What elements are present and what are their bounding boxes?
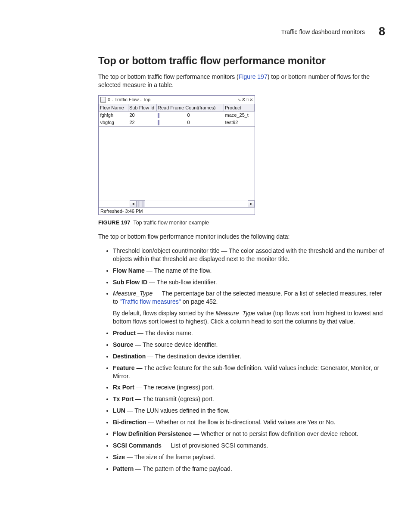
collapse-icon[interactable]: ✕̂ (242, 97, 245, 102)
figure-hscrollbar[interactable]: ◄ ► (99, 200, 255, 207)
list-item: Size — The size of the frame payload. (113, 453, 385, 461)
cell-sub-flow-id: 22 (128, 119, 157, 127)
desc: — The destination device identifier. (146, 353, 241, 360)
figure-blank-area (99, 127, 255, 200)
col-read-frame-count[interactable]: Read Frame Count(frames) (157, 104, 224, 111)
list-item: Destination — The destination device ide… (113, 352, 385, 361)
desc: — Whether or not the flow is bi-directio… (146, 419, 336, 426)
desc: — The sub-flow identifier. (147, 279, 217, 286)
figure-titlebar: 0 - Traffic Flow - Top ↘ ✕̂ □ ✕ (99, 96, 255, 104)
term: Source (113, 341, 133, 348)
figure-titlebar-icons: ↘ ✕̂ □ ✕ (237, 97, 253, 102)
term: SCSI Commands (113, 442, 162, 449)
scroll-right-icon[interactable]: ► (248, 200, 255, 207)
col-product[interactable]: Product (224, 104, 255, 111)
list-item: LUN — The LUN values defined in the flow… (113, 407, 385, 415)
term: Rx Port (113, 384, 134, 391)
sub-em: Measure_Type (215, 310, 255, 317)
col-sub-flow-id[interactable]: Sub Flow Id (128, 104, 157, 111)
desc: — Whether or not to persist flow definit… (192, 430, 358, 437)
desc: — The transmit (egress) port. (134, 395, 214, 402)
term: Sub Flow ID (113, 279, 147, 286)
desc: — The device name. (136, 330, 193, 336)
maximize-icon[interactable]: □ (246, 97, 249, 102)
scroll-thumb[interactable] (137, 200, 145, 207)
pin-icon[interactable]: ↘ (237, 97, 241, 102)
cell-product: test92 (224, 119, 255, 127)
page-title: Top or bottom traffic flow performance m… (98, 55, 385, 67)
chapter-number: 8 (379, 25, 385, 38)
term: Measure_Type (113, 290, 153, 297)
list-item: Flow Name — The name of the flow. (113, 267, 385, 275)
figure-refreshed: Refreshed- 3:46 PM (99, 207, 255, 215)
col-flow-name[interactable]: Flow Name (99, 104, 128, 111)
desc: — The receive (ingress) port. (134, 384, 214, 391)
desc: — The size of the frame payload. (125, 454, 215, 460)
list-item: Sub Flow ID — The sub-flow identifier. (113, 278, 385, 286)
list-item: Threshold icon/object count/monitor titl… (113, 247, 385, 263)
term: Feature (113, 364, 135, 371)
cell-sub-flow-id: 20 (128, 111, 157, 119)
close-icon[interactable]: ✕ (249, 97, 253, 102)
cell-value: 0 (159, 120, 218, 125)
cell-product: mace_25_t (224, 111, 255, 119)
list-item: Bi-direction — Whether or not the flow i… (113, 418, 385, 426)
figure-title: 0 - Traffic Flow - Top (108, 97, 150, 102)
term: LUN (113, 407, 125, 414)
scroll-left-icon[interactable]: ◄ (130, 200, 137, 207)
section-title: Traffic flow dashboard monitors (281, 28, 365, 35)
intro-paragraph: The top or bottom traffic flow performan… (98, 73, 385, 89)
figure-caption-label: FIGURE 197 (98, 219, 130, 226)
desc: — The name of the flow. (145, 267, 212, 274)
sub-paragraph: By default, flows display sorted by the … (113, 309, 385, 326)
table-row[interactable]: vbgfcg 22 0 test92 (99, 119, 255, 127)
term: Flow Definition Persistence (113, 430, 192, 437)
figure-ref-link[interactable]: Figure 197 (239, 73, 268, 80)
term: Bi-direction (113, 419, 146, 426)
list-item: Measure_Type — The percentage bar of the… (113, 289, 385, 326)
figure-panel: 0 - Traffic Flow - Top ↘ ✕̂ □ ✕ (98, 95, 255, 215)
table-row[interactable]: fghfgh 20 0 mace_25_t (99, 111, 255, 119)
figure-caption: FIGURE 197 Top traffic flow monitor exam… (98, 219, 385, 226)
desc: — List of provisioned SCSI commands. (162, 442, 268, 449)
cell-flow-name: fghfgh (99, 111, 128, 119)
cell-flow-name: vbgfcg (99, 119, 128, 127)
intro-pre: The top or bottom traffic flow performan… (98, 73, 239, 80)
cell-bar: 0 (157, 119, 224, 127)
term: Flow Name (113, 267, 145, 274)
list-item: Flow Definition Persistence — Whether or… (113, 430, 385, 438)
page-header: Traffic flow dashboard monitors 8 (26, 25, 385, 38)
figure-caption-text: Top traffic flow monitor example (133, 220, 209, 226)
list-item: SCSI Commands — List of provisioned SCSI… (113, 442, 385, 450)
term: Destination (113, 353, 146, 360)
list-item: Product — The device name. (113, 329, 385, 337)
figure-table: Flow Name Sub Flow Id Read Frame Count(f… (99, 104, 255, 127)
list-item: Pattern — The pattern of the frame paylo… (113, 465, 385, 473)
term: Pattern (113, 465, 134, 472)
cell-bar: 0 (157, 111, 224, 119)
list-item: Rx Port — The receive (ingress) port. (113, 383, 385, 392)
desc: — The source device identifier. (133, 341, 218, 348)
term: Tx Port (113, 395, 134, 402)
desc: — The active feature for the sub-flow de… (113, 364, 379, 380)
desc-post: on page 452. (181, 298, 218, 305)
figure-threshold-icon (100, 97, 106, 103)
term: Product (113, 330, 136, 336)
list-item: Source — The source device identifier. (113, 341, 385, 349)
cell-value: 0 (159, 112, 218, 118)
desc: — The pattern of the frame payload. (134, 465, 232, 472)
sub-pre: By default, flows display sorted by the (113, 310, 215, 317)
after-figure-text: The top or bottom flow performance monit… (98, 233, 385, 241)
list-item: Feature — The active feature for the sub… (113, 364, 385, 380)
term: Size (113, 454, 125, 460)
list-item: Tx Port — The transmit (egress) port. (113, 395, 385, 403)
traffic-flow-measures-link[interactable]: "Traffic flow measures" (120, 298, 181, 305)
desc: — The LUN values defined in the flow. (125, 407, 230, 414)
bullet-list: Threshold icon/object count/monitor titl… (98, 247, 385, 473)
